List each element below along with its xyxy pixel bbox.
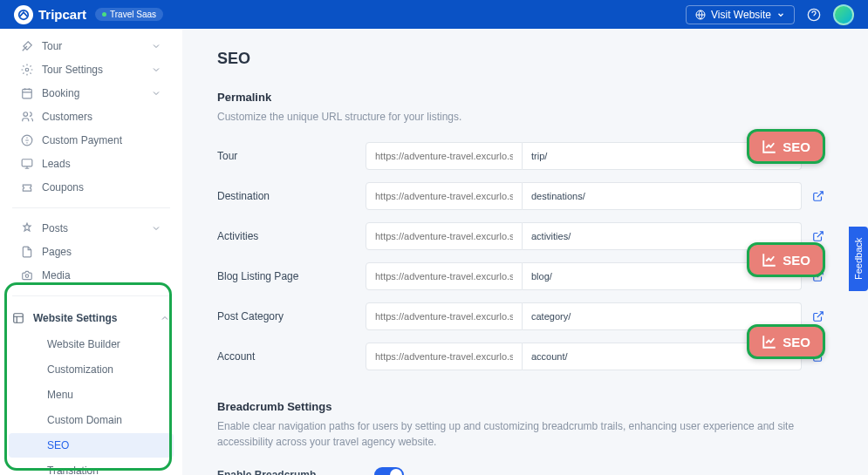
enable-breadcrumb-label: Enable Breadcrumb bbox=[217, 469, 374, 475]
chevron-up-icon bbox=[160, 313, 170, 323]
sidebar-item-label: Posts bbox=[42, 222, 68, 234]
sidebar-item-label: Media bbox=[42, 269, 71, 282]
sidebar-subitem-custom-domain[interactable]: Custom Domain bbox=[9, 408, 174, 432]
nav-icon bbox=[21, 222, 33, 234]
sidebar-item-label: Customers bbox=[42, 111, 92, 123]
nav-icon bbox=[21, 269, 33, 282]
sidebar-subitem-seo[interactable]: SEO bbox=[9, 433, 174, 458]
permalink-base-input bbox=[366, 262, 523, 290]
sidebar-item-label: Custom Payment bbox=[42, 134, 122, 146]
permalink-row-label: Account bbox=[217, 350, 366, 363]
svg-point-8 bbox=[25, 275, 29, 278]
permalink-row-label: Activities bbox=[217, 230, 366, 242]
nav-icon bbox=[21, 246, 33, 258]
permalink-base-input bbox=[366, 343, 523, 370]
sidebar-item-label: Coupons bbox=[42, 181, 84, 193]
annotation-seo-callout[interactable]: SEO bbox=[747, 129, 825, 164]
permalink-base-input bbox=[366, 302, 523, 330]
svg-point-5 bbox=[24, 112, 28, 117]
permalink-title: Permalink bbox=[217, 91, 833, 104]
sidebar-subitem-menu[interactable]: Menu bbox=[9, 383, 174, 407]
sidebar-item-custom-payment[interactable]: Custom Payment bbox=[9, 129, 174, 152]
sidebar-subitem-website-builder[interactable]: Website Builder bbox=[9, 332, 174, 356]
nav-icon bbox=[21, 158, 33, 170]
sidebar-item-customers[interactable]: Customers bbox=[9, 105, 174, 128]
help-icon[interactable] bbox=[807, 8, 821, 22]
visit-website-label: Visit Website bbox=[711, 9, 771, 21]
chevron-down-icon bbox=[776, 10, 785, 19]
sidebar-section-website-settings[interactable]: Website Settings bbox=[0, 305, 182, 331]
permalink-desc: Customize the unique URL structure for y… bbox=[217, 109, 833, 125]
sidebar-item-label: Tour bbox=[42, 40, 62, 52]
chart-line-icon bbox=[762, 334, 777, 349]
chevron-down-icon bbox=[151, 41, 161, 51]
sidebar-section-label: Website Settings bbox=[33, 312, 117, 324]
sidebar-item-tour[interactable]: Tour bbox=[9, 35, 174, 58]
nav-icon bbox=[21, 111, 33, 123]
environment-badge: Travel Saas bbox=[95, 8, 163, 21]
environment-badge-label: Travel Saas bbox=[110, 10, 156, 19]
sidebar-item-label: Booking bbox=[42, 87, 79, 99]
feedback-tab[interactable]: Feedback bbox=[849, 227, 868, 291]
annotation-seo-callout[interactable]: SEO bbox=[747, 242, 825, 277]
chevron-down-icon bbox=[151, 223, 161, 234]
external-link-icon[interactable] bbox=[812, 310, 824, 322]
nav-icon bbox=[21, 134, 33, 146]
sidebar-item-pages[interactable]: Pages bbox=[9, 241, 174, 263]
permalink-slug-input[interactable] bbox=[523, 182, 802, 210]
permalink-base-input bbox=[366, 182, 523, 210]
permalink-base-input bbox=[366, 222, 523, 250]
permalink-row-label: Destination bbox=[217, 190, 366, 202]
svg-point-3 bbox=[25, 68, 29, 71]
sidebar-item-leads[interactable]: Leads bbox=[9, 153, 174, 175]
nav-icon bbox=[21, 64, 33, 76]
nav-icon bbox=[21, 181, 33, 193]
permalink-row-label: Post Category bbox=[217, 310, 366, 322]
nav-icon bbox=[21, 40, 33, 52]
chevron-down-icon bbox=[151, 88, 161, 98]
sidebar-subitem-translation[interactable]: Translation bbox=[9, 458, 174, 475]
svg-rect-7 bbox=[22, 159, 32, 166]
brand-logo[interactable]: Tripcart bbox=[14, 5, 86, 24]
avatar[interactable] bbox=[833, 4, 854, 25]
annotation-seo-label: SEO bbox=[783, 253, 810, 268]
sidebar-item-coupons[interactable]: Coupons bbox=[9, 176, 174, 199]
sidebar-subitem-customization[interactable]: Customization bbox=[9, 357, 174, 382]
permalink-row-label: Blog Listing Page bbox=[217, 270, 366, 282]
chevron-down-icon bbox=[151, 64, 161, 75]
nav-icon bbox=[21, 87, 33, 99]
external-link-icon[interactable] bbox=[812, 230, 824, 242]
annotation-seo-label: SEO bbox=[783, 139, 810, 154]
globe-icon bbox=[695, 10, 706, 20]
brand-name: Tripcart bbox=[38, 7, 86, 22]
sidebar-item-posts[interactable]: Posts bbox=[9, 217, 174, 240]
sidebar-item-label: Leads bbox=[42, 158, 71, 170]
annotation-seo-callout[interactable]: SEO bbox=[747, 324, 825, 359]
breadcrumb-desc: Enable clear navigation paths for users … bbox=[217, 418, 833, 450]
chart-line-icon bbox=[762, 252, 777, 268]
page-title: SEO bbox=[217, 50, 833, 68]
sidebar-item-tour-settings[interactable]: Tour Settings bbox=[9, 58, 174, 81]
enable-breadcrumb-toggle[interactable] bbox=[374, 467, 404, 475]
breadcrumb-title: Breadcrumb Settings bbox=[217, 400, 833, 413]
sidebar-item-label: Pages bbox=[42, 246, 72, 258]
sidebar-item-media[interactable]: Media bbox=[9, 264, 174, 287]
sidebar-item-booking[interactable]: Booking bbox=[9, 82, 174, 105]
external-link-icon[interactable] bbox=[812, 190, 824, 202]
visit-website-button[interactable]: Visit Website bbox=[686, 5, 795, 24]
layout-icon bbox=[12, 312, 24, 324]
sidebar-item-label: Tour Settings bbox=[42, 64, 103, 76]
permalink-base-input bbox=[366, 142, 523, 170]
annotation-seo-label: SEO bbox=[783, 335, 810, 349]
permalink-row-label: Tour bbox=[217, 150, 366, 162]
svg-rect-4 bbox=[23, 89, 32, 98]
svg-rect-9 bbox=[14, 314, 24, 323]
chart-line-icon bbox=[762, 139, 777, 154]
sidebar: Tour Tour Settings Booking Customers Cus… bbox=[0, 29, 182, 475]
logo-icon bbox=[14, 5, 33, 24]
